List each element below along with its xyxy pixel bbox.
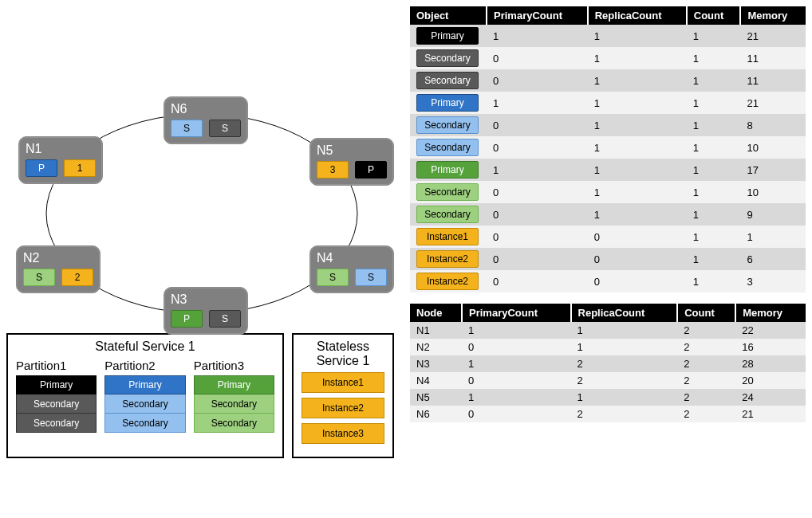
node-n6: N6SS	[164, 96, 248, 144]
table-row: Instance20016	[410, 248, 806, 270]
cell-primarycount: 1	[462, 355, 571, 372]
role-secondary: Secondary	[16, 414, 97, 433]
col-header: Count	[687, 6, 741, 25]
object-chip: Primary	[416, 161, 479, 179]
cell-replicacount: 2	[571, 406, 678, 422]
table-row: N201216	[410, 339, 806, 355]
role-secondary: Secondary	[16, 394, 97, 414]
cell-primarycount: 1	[487, 92, 588, 114]
col-header: PrimaryCount	[487, 6, 588, 25]
role-primary: Primary	[194, 375, 274, 394]
replica-chip: S	[209, 120, 241, 137]
table-row: N602221	[410, 406, 806, 422]
table-row: N402220	[410, 372, 806, 389]
cell-primarycount: 0	[487, 226, 588, 248]
node-title: N2	[23, 251, 93, 265]
instance: Instance2	[302, 398, 384, 418]
table-row: N511224	[410, 389, 806, 406]
replica-chip: 3	[317, 161, 349, 179]
node-title: N6	[171, 102, 241, 116]
node-n5: N53P	[309, 138, 394, 186]
cell-count: 1	[687, 92, 741, 114]
table-row: Secondary01110	[410, 181, 806, 203]
cell-count: 1	[687, 114, 741, 136]
col-header: ReplicaCount	[588, 6, 687, 25]
node-title: N1	[26, 142, 96, 156]
cell-memory: 20	[735, 372, 806, 389]
cluster-ring: N1P1N2S2N3PSN4SSN53PN6SS	[6, 6, 397, 325]
cell-memory: 17	[740, 159, 806, 181]
role-secondary: Secondary	[194, 394, 274, 414]
node-title: N3	[171, 292, 241, 307]
cell-memory: 9	[740, 203, 806, 226]
cell-memory: 11	[740, 47, 806, 69]
cell-primarycount: 1	[462, 322, 571, 339]
cell-node: N2	[410, 339, 462, 355]
replica-chip: 2	[61, 269, 93, 286]
cell-count: 1	[687, 270, 741, 292]
replica-chip: 1	[64, 159, 96, 177]
cell-memory: 8	[740, 114, 806, 136]
cell-replicacount: 2	[571, 372, 678, 389]
cell-replicacount: 1	[571, 389, 678, 406]
cell-primarycount: 0	[487, 47, 588, 69]
table-row: Secondary01110	[410, 136, 806, 159]
replica-chip: S	[209, 310, 241, 328]
cell-replicacount: 0	[588, 270, 687, 292]
role-secondary: Secondary	[104, 414, 185, 433]
cell-primarycount: 0	[487, 203, 588, 226]
cell-replicacount: 1	[588, 181, 687, 203]
cell-memory: 22	[735, 322, 806, 339]
cell-replicacount: 1	[588, 47, 687, 69]
table-row: Instance10011	[410, 226, 806, 248]
cell-replicacount: 1	[588, 136, 687, 159]
cell-primarycount: 0	[462, 372, 571, 389]
table-row: N111222	[410, 322, 806, 339]
node-n1: N1P1	[18, 136, 103, 184]
cell-memory: 21	[735, 406, 806, 422]
stateful-title: Stateful Service 1	[16, 339, 274, 354]
object-chip: Instance2	[416, 250, 479, 268]
object-chip: Primary	[416, 27, 479, 45]
object-chip: Instance1	[416, 228, 479, 245]
table-row: N312228	[410, 355, 806, 372]
col-header: Memory	[740, 6, 806, 25]
cell-replicacount: 1	[571, 322, 678, 339]
replica-chip: S	[23, 269, 55, 286]
cell-count: 1	[687, 136, 741, 159]
cell-primarycount: 0	[487, 136, 588, 159]
object-chip: Secondary	[416, 206, 479, 223]
cell-count: 2	[677, 372, 735, 389]
cell-primarycount: 0	[487, 114, 588, 136]
instance: Instance1	[302, 372, 384, 393]
cell-count: 2	[677, 355, 735, 372]
cell-replicacount: 1	[588, 203, 687, 226]
cell-count: 1	[687, 226, 741, 248]
cell-memory: 3	[740, 270, 806, 292]
col-header: Count	[677, 304, 735, 322]
cell-primarycount: 0	[462, 339, 571, 355]
node-n2: N2S2	[16, 245, 101, 293]
col-header: PrimaryCount	[462, 304, 571, 322]
node-table: NodePrimaryCountReplicaCountCountMemory …	[410, 304, 806, 422]
cell-count: 1	[687, 159, 741, 181]
table-row: Secondary0118	[410, 114, 806, 136]
cell-replicacount: 1	[588, 114, 687, 136]
cell-primarycount: 0	[487, 248, 588, 270]
cell-replicacount: 1	[588, 159, 687, 181]
cell-memory: 16	[735, 339, 806, 355]
partition-title: Partition2	[104, 359, 185, 372]
cell-replicacount: 1	[588, 92, 687, 114]
cell-memory: 11	[740, 69, 806, 92]
stateless-title: Stateless Service 1	[302, 339, 384, 367]
object-chip: Secondary	[416, 116, 479, 134]
object-chip: Secondary	[416, 183, 479, 201]
partition: Partition2PrimarySecondarySecondary	[104, 359, 185, 433]
role-secondary: Secondary	[104, 394, 185, 414]
replica-chip: S	[317, 269, 349, 286]
role-primary: Primary	[16, 375, 97, 394]
cell-primarycount: 1	[462, 389, 571, 406]
table-row: Secondary01111	[410, 47, 806, 69]
cell-count: 2	[677, 406, 735, 422]
object-chip: Primary	[416, 94, 479, 112]
